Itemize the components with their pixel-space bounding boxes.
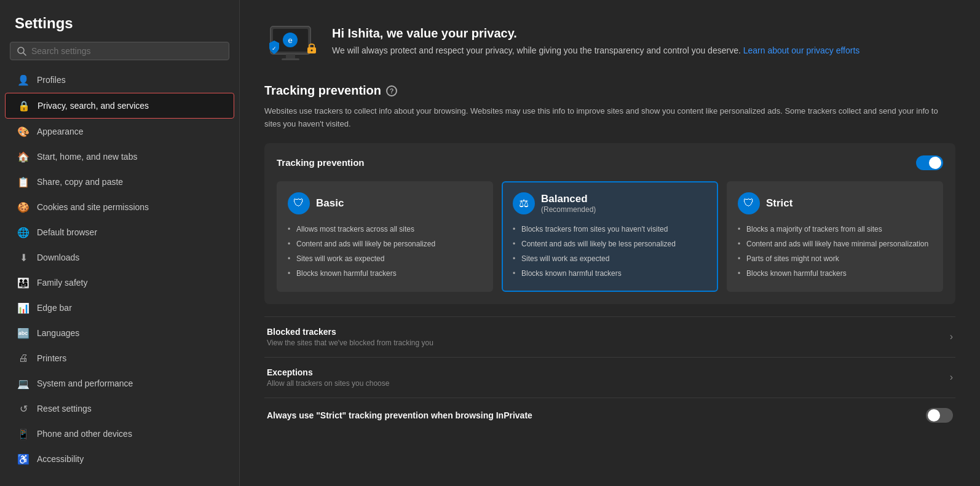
privacy-text-block: Hi Ishita, we value your privacy. We wil… bbox=[332, 26, 859, 57]
tracking-card-balanced[interactable]: ⚖ Balanced (Recommended) Blocks trackers… bbox=[502, 181, 718, 292]
nav-icon-downloads: ⬇ bbox=[17, 251, 30, 264]
nav-label-share-copy: Share, copy and paste bbox=[37, 177, 123, 187]
sidebar-item-downloads[interactable]: ⬇ Downloads bbox=[5, 245, 234, 270]
card-point: Blocks known harmful trackers bbox=[738, 266, 932, 281]
privacy-link[interactable]: Learn about our privacy efforts bbox=[743, 45, 860, 55]
card-points-balanced: Blocks trackers from sites you haven't v… bbox=[513, 222, 707, 281]
nav-label-privacy: Privacy, search, and services bbox=[38, 101, 149, 111]
search-input[interactable] bbox=[31, 46, 223, 56]
tracking-help-icon[interactable]: ? bbox=[386, 85, 397, 96]
nav-list: 👤 Profiles 🔒 Privacy, search, and servic… bbox=[0, 68, 239, 471]
card-points-basic: Allows most trackers across all sitesCon… bbox=[288, 222, 482, 281]
exceptions-row[interactable]: Exceptions Allow all trackers on sites y… bbox=[264, 357, 955, 398]
card-recommended-balanced: (Recommended) bbox=[541, 205, 596, 214]
card-point: Sites will work as expected bbox=[513, 251, 707, 266]
sidebar-item-printers[interactable]: 🖨 Printers bbox=[5, 346, 234, 370]
card-title-group-balanced: Balanced (Recommended) bbox=[541, 193, 596, 214]
main-content: e ✓ Hi Ishita, we value your privacy. We… bbox=[240, 0, 980, 486]
nav-label-family-safety: Family safety bbox=[37, 278, 87, 288]
nav-icon-languages: 🔤 bbox=[17, 327, 30, 339]
nav-icon-default-browser: 🌐 bbox=[17, 226, 30, 238]
sidebar-item-languages[interactable]: 🔤 Languages bbox=[5, 321, 234, 345]
card-header-basic: 🛡 Basic bbox=[288, 192, 482, 214]
svg-line-1 bbox=[23, 53, 26, 55]
svg-rect-4 bbox=[286, 54, 295, 58]
sidebar-item-share-copy[interactable]: 📋 Share, copy and paste bbox=[5, 170, 234, 194]
nav-icon-system: 💻 bbox=[17, 377, 30, 390]
nav-icon-appearance: 🎨 bbox=[17, 125, 30, 138]
tp-toggle[interactable] bbox=[916, 155, 943, 170]
card-point: Content and ads will likely have minimal… bbox=[738, 237, 932, 251]
svg-text:✓: ✓ bbox=[272, 45, 277, 52]
tracking-desc: Websites use trackers to collect info ab… bbox=[264, 105, 955, 131]
tracking-cards-row: 🛡 Basic Allows most trackers across all … bbox=[277, 181, 943, 292]
sidebar-item-family-safety[interactable]: 👨‍👩‍👧 Family safety bbox=[5, 270, 234, 295]
privacy-header: e ✓ Hi Ishita, we value your privacy. We… bbox=[264, 17, 955, 66]
card-title-group-basic: Basic bbox=[316, 197, 344, 210]
privacy-heading: Hi Ishita, we value your privacy. bbox=[332, 26, 859, 41]
svg-text:e: e bbox=[288, 36, 292, 45]
nav-label-reset: Reset settings bbox=[37, 404, 92, 413]
card-title-basic: Basic bbox=[316, 197, 344, 210]
card-icon-basic: 🛡 bbox=[288, 192, 310, 214]
card-header-strict: 🛡 Strict bbox=[738, 192, 932, 214]
nav-icon-start-home: 🏠 bbox=[17, 151, 30, 163]
sidebar-item-cookies[interactable]: 🍪 Cookies and site permissions bbox=[5, 195, 234, 219]
sidebar-item-default-browser[interactable]: 🌐 Default browser bbox=[5, 220, 234, 245]
sidebar-item-phone[interactable]: 📱 Phone and other devices bbox=[5, 421, 234, 446]
toggle-thumb-off bbox=[928, 409, 940, 421]
nav-icon-printers: 🖨 bbox=[17, 352, 30, 364]
sidebar-item-reset[interactable]: ↺ Reset settings bbox=[5, 396, 234, 421]
sidebar-item-system[interactable]: 💻 System and performance bbox=[5, 371, 234, 396]
sidebar-item-appearance[interactable]: 🎨 Appearance bbox=[5, 119, 234, 144]
always-strict-row: Always use "Strict" tracking prevention … bbox=[264, 398, 955, 433]
always-strict-label: Always use "Strict" tracking prevention … bbox=[267, 410, 532, 420]
nav-label-start-home: Start, home, and new tabs bbox=[37, 152, 137, 162]
card-point: Blocks known harmful trackers bbox=[513, 266, 707, 281]
sidebar: Settings 👤 Profiles 🔒 Privacy, search, a… bbox=[0, 0, 240, 486]
search-box[interactable] bbox=[10, 42, 229, 60]
privacy-illustration: e ✓ bbox=[264, 17, 326, 69]
exceptions-chevron: › bbox=[950, 372, 953, 383]
blocked-trackers-left: Blocked trackers View the sites that we'… bbox=[267, 327, 433, 347]
always-strict-toggle[interactable] bbox=[926, 408, 953, 423]
nav-label-system: System and performance bbox=[37, 378, 133, 388]
card-point: Blocks trackers from sites you haven't v… bbox=[513, 222, 707, 237]
nav-icon-cookies: 🍪 bbox=[17, 201, 30, 213]
section-heading-tracking: Tracking prevention ? bbox=[264, 84, 955, 98]
tracking-card-strict[interactable]: 🛡 Strict Blocks a majority of trackers f… bbox=[727, 181, 943, 292]
privacy-desc: We will always protect and respect your … bbox=[332, 44, 859, 57]
card-point: Content and ads will likely be less pers… bbox=[513, 237, 707, 251]
blocked-trackers-label: Blocked trackers bbox=[267, 327, 433, 337]
sidebar-item-start-home[interactable]: 🏠 Start, home, and new tabs bbox=[5, 144, 234, 169]
nav-label-profiles: Profiles bbox=[37, 75, 66, 85]
nav-icon-share-copy: 📋 bbox=[17, 176, 30, 188]
card-title-group-strict: Strict bbox=[766, 197, 792, 210]
nav-label-languages: Languages bbox=[37, 328, 79, 338]
nav-label-printers: Printers bbox=[37, 353, 66, 363]
card-title-balanced: Balanced bbox=[541, 193, 596, 205]
sidebar-item-accessibility[interactable]: ♿ Accessibility bbox=[5, 447, 234, 471]
blocked-trackers-desc: View the sites that we've blocked from t… bbox=[267, 339, 433, 347]
card-point: Blocks known harmful trackers bbox=[288, 266, 482, 281]
card-icon-strict: 🛡 bbox=[738, 192, 760, 214]
nav-label-downloads: Downloads bbox=[37, 253, 79, 262]
nav-icon-privacy: 🔒 bbox=[18, 100, 30, 112]
nav-label-accessibility: Accessibility bbox=[37, 454, 84, 464]
nav-label-phone: Phone and other devices bbox=[37, 429, 132, 439]
blocked-trackers-chevron: › bbox=[950, 331, 953, 342]
sidebar-item-profiles[interactable]: 👤 Profiles bbox=[5, 68, 234, 92]
sidebar-item-privacy[interactable]: 🔒 Privacy, search, and services bbox=[5, 93, 234, 119]
nav-label-default-browser: Default browser bbox=[37, 227, 97, 237]
card-point: Sites will work as expected bbox=[288, 251, 482, 266]
blocked-trackers-row[interactable]: Blocked trackers View the sites that we'… bbox=[264, 316, 955, 357]
nav-icon-reset: ↺ bbox=[17, 402, 30, 415]
tp-panel-title: Tracking prevention bbox=[277, 157, 365, 168]
tracking-card-basic[interactable]: 🛡 Basic Allows most trackers across all … bbox=[277, 181, 493, 292]
card-title-strict: Strict bbox=[766, 197, 792, 210]
tracking-prevention-panel: Tracking prevention 🛡 Basic Allows most … bbox=[264, 143, 955, 304]
exceptions-left: Exceptions Allow all trackers on sites y… bbox=[267, 367, 389, 388]
sidebar-item-edge-bar[interactable]: 📊 Edge bar bbox=[5, 296, 234, 320]
svg-point-10 bbox=[311, 50, 313, 52]
toggle-thumb bbox=[929, 157, 941, 169]
